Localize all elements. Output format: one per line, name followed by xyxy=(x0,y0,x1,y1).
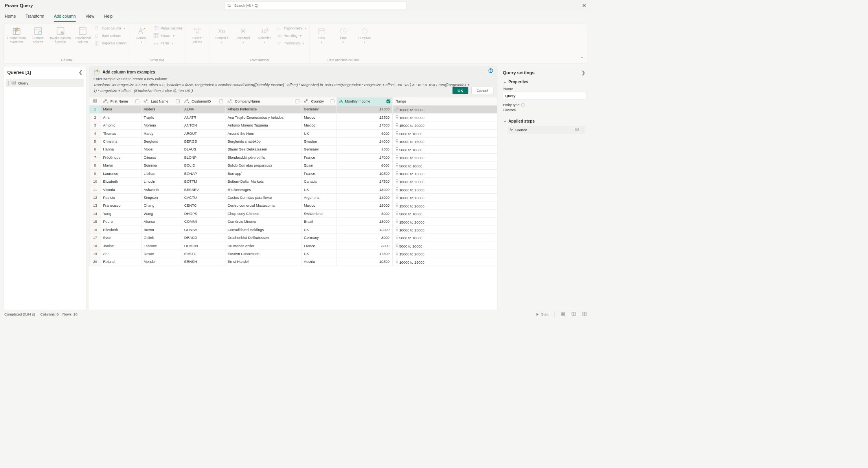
corner-cell[interactable] xyxy=(89,97,101,105)
cell-country[interactable]: Argentina xyxy=(302,194,337,202)
cell-income[interactable]: 8000 xyxy=(337,234,393,242)
cell-income[interactable]: 13000 xyxy=(337,186,393,194)
table-row[interactable]: 2AnaTrujilloANATRAna Trujillo Emaredados… xyxy=(89,114,497,121)
cell-last-name[interactable]: Hardy xyxy=(142,130,182,138)
checkbox-icon[interactable] xyxy=(176,99,180,103)
close-window-icon[interactable]: ✕ xyxy=(582,2,587,9)
col-header-customer-id[interactable]: ABCCustomerID xyxy=(182,97,225,105)
cell-customer-id[interactable]: ERNSH xyxy=(182,258,225,266)
cell-country[interactable]: Austria xyxy=(302,258,337,266)
cell-company[interactable]: Around the Horn xyxy=(225,130,302,138)
cell-income[interactable]: 8000 xyxy=(337,162,393,169)
cell-last-name[interactable]: Sommer xyxy=(142,162,182,169)
cell-company[interactable]: Eastern Connection xyxy=(225,250,302,258)
row-number[interactable]: 6 xyxy=(89,145,101,153)
cell-country[interactable]: UK xyxy=(302,250,337,258)
table-row[interactable]: 3AntonioMorenoANTONAntonio Moreno Taquer… xyxy=(89,121,497,129)
cell-range[interactable]: 15000 to 20000 xyxy=(393,114,497,121)
query-item[interactable]: Query xyxy=(6,79,84,87)
checkbox-icon[interactable] xyxy=(135,99,139,103)
row-number[interactable]: 1 xyxy=(89,105,101,113)
search-input[interactable]: Search (Alt + Q) xyxy=(224,1,406,10)
cell-income[interactable]: 15000 xyxy=(337,202,393,209)
cell-company[interactable]: Alfreds Futterkiste xyxy=(225,105,302,113)
cell-customer-id[interactable]: ANATR xyxy=(182,114,225,121)
cell-country[interactable]: Mexico xyxy=(302,202,337,209)
cell-customer-id[interactable]: CENTC xyxy=(182,202,225,209)
btn-scientific[interactable]: 102 Scientific▾ xyxy=(255,26,274,44)
cell-country[interactable]: Germany xyxy=(302,105,337,113)
row-number[interactable]: 9 xyxy=(89,170,101,178)
cell-country[interactable]: UK xyxy=(302,226,337,234)
cell-first-name[interactable]: Elizabeth xyxy=(101,178,141,185)
tab-add-column[interactable]: Add column xyxy=(54,14,76,22)
data-grid[interactable]: ABCFirst Name ABCLast Name ABCCustomerID… xyxy=(89,97,497,311)
cell-customer-id[interactable]: BLONP xyxy=(182,154,225,162)
view-schema-icon[interactable] xyxy=(571,312,576,317)
table-row[interactable]: 14YangWangDHOPSChop-suey ChineseSwitzerl… xyxy=(89,210,497,218)
row-number[interactable]: 14 xyxy=(89,210,101,218)
cell-last-name[interactable]: Trujillo xyxy=(142,114,182,121)
cell-first-name[interactable]: Victoria xyxy=(101,186,141,194)
btn-trigonometry[interactable]: Trigonometry▾ xyxy=(277,26,307,31)
row-number[interactable]: 11 xyxy=(89,186,101,194)
cell-income[interactable]: 19500 xyxy=(337,105,393,113)
btn-time[interactable]: Time▾ xyxy=(334,26,353,44)
applied-step-item[interactable]: fx Source xyxy=(508,126,585,134)
cell-income[interactable]: 17500 xyxy=(337,121,393,129)
view-grid-icon[interactable] xyxy=(582,312,587,317)
table-row[interactable]: 13FransciscoChangCENTCCentro comercial M… xyxy=(89,202,497,209)
cell-country[interactable]: France xyxy=(302,154,337,162)
cell-company[interactable]: Consolidated Holdings xyxy=(225,226,302,234)
row-number[interactable]: 16 xyxy=(89,226,101,234)
cell-income[interactable]: 12000 xyxy=(337,226,393,234)
cell-range[interactable]: 5000 to 10000 xyxy=(393,210,497,218)
table-row[interactable]: 12PatricioSimpsonCACTUCactus Comidas par… xyxy=(89,194,497,202)
collapse-queries-icon[interactable]: ❮ xyxy=(79,70,83,75)
cell-last-name[interactable]: Lincoln xyxy=(142,178,182,185)
cell-customer-id[interactable]: ALFKI xyxy=(182,105,225,113)
cell-range[interactable]: 5000 to 10000 xyxy=(393,242,497,250)
cell-last-name[interactable]: Wang xyxy=(142,210,182,218)
table-row[interactable]: 19AnnDevonEASTCEastern ConnectionUK17500… xyxy=(89,250,497,258)
cell-country[interactable]: UK xyxy=(302,130,337,138)
cell-range[interactable]: 5000 to 10000 xyxy=(393,130,497,138)
table-row[interactable]: 18JanineLabruneDUMONDu monde entierFranc… xyxy=(89,242,497,250)
cell-customer-id[interactable]: BESBEV xyxy=(182,186,225,194)
cell-range[interactable]: 5000 to 10000 xyxy=(393,145,497,153)
row-number[interactable]: 4 xyxy=(89,130,101,138)
ok-button[interactable]: OK xyxy=(452,87,468,94)
cell-company[interactable]: Ernst Handel xyxy=(225,258,302,266)
info-icon[interactable]: i xyxy=(521,103,525,107)
table-row[interactable]: 9LaurenceLibihanBONAPBon app'France10500… xyxy=(89,170,497,178)
btn-duplicate-column[interactable]: Duplicate column xyxy=(95,41,126,46)
cell-company[interactable]: Bólido Comidas preparadas xyxy=(225,162,302,169)
cell-first-name[interactable]: Roland xyxy=(101,258,141,266)
btn-extract[interactable]: ABC123 Extract▾ xyxy=(154,33,183,39)
cell-income[interactable]: 18000 xyxy=(337,218,393,226)
collapse-settings-icon[interactable]: ❯ xyxy=(581,70,585,75)
cell-country[interactable]: France xyxy=(302,170,337,178)
checkbox-icon[interactable] xyxy=(219,99,223,103)
cell-customer-id[interactable]: COMMI xyxy=(182,218,225,226)
cell-last-name[interactable]: Devon xyxy=(142,250,182,258)
checkbox-icon[interactable] xyxy=(331,99,335,103)
cell-range[interactable]: 5000 to 10000 xyxy=(393,162,497,169)
col-header-first-name[interactable]: ABCFirst Name xyxy=(101,97,141,105)
cell-customer-id[interactable]: BERGS xyxy=(182,138,225,145)
cell-customer-id[interactable]: EASTC xyxy=(182,250,225,258)
cell-first-name[interactable]: Ann xyxy=(101,250,141,258)
cell-first-name[interactable]: Franscisco xyxy=(101,202,141,209)
row-number[interactable]: 19 xyxy=(89,250,101,258)
row-number[interactable]: 13 xyxy=(89,202,101,209)
cell-country[interactable]: Germany xyxy=(302,145,337,153)
cell-range[interactable]: 5000 to 10000 xyxy=(393,234,497,242)
btn-column-from-examples[interactable]: Column from examples xyxy=(7,26,26,44)
cell-first-name[interactable]: Pedro xyxy=(101,218,141,226)
table-row[interactable]: 4ThomasHardyAROUTAround the HornUK600050… xyxy=(89,130,497,138)
cell-range[interactable]: 15000 to 20000 xyxy=(393,218,497,226)
cell-last-name[interactable]: Brown xyxy=(142,226,182,234)
tab-transform[interactable]: Transform xyxy=(26,14,44,22)
cell-income[interactable]: 17500 xyxy=(337,250,393,258)
btn-index-column[interactable]: Index column▾ xyxy=(95,26,126,31)
